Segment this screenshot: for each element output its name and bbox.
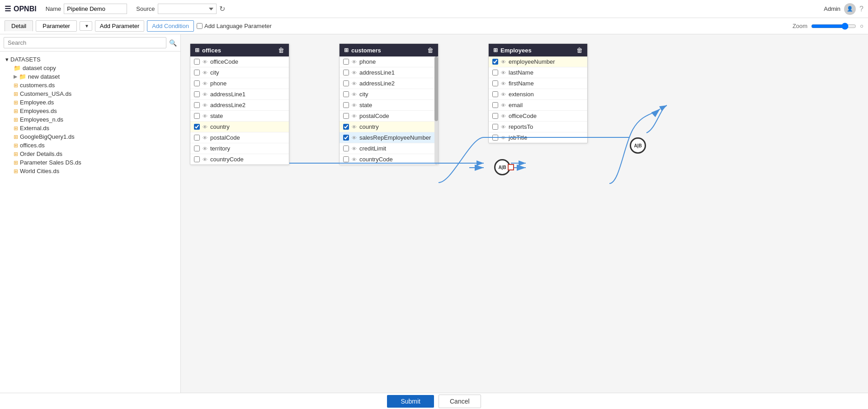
field-checkbox[interactable]	[492, 70, 498, 75]
field-checkbox[interactable]	[343, 91, 349, 97]
eye-icon: 👁	[203, 59, 208, 65]
field-checkbox[interactable]	[194, 102, 200, 108]
field-checkbox[interactable]	[343, 102, 349, 108]
tree-node-datasets: ▾ DATASETS 📁 dataset copy ▶ 📁 new datase…	[4, 54, 177, 176]
add-parameter-button[interactable]: Add Parameter	[95, 20, 144, 32]
offices-table: ⊞ offices 🗑 👁 officeCode 👁 city	[190, 43, 289, 165]
customers-delete-button[interactable]: 🗑	[427, 47, 434, 54]
canvas-area[interactable]: A|B A|B ⊞ offices 🗑 👁 officeCode	[181, 34, 868, 393]
field-checkbox[interactable]	[343, 80, 349, 86]
zoom-slider[interactable]	[811, 23, 856, 30]
sidebar-item-employees-ds[interactable]: ⊞ Employees.ds	[12, 107, 177, 115]
add-condition-button[interactable]: Add Condition	[147, 20, 194, 32]
field-checkbox[interactable]	[194, 146, 200, 151]
admin-area: Admin 👤 ?	[824, 3, 863, 15]
field-checkbox[interactable]	[194, 135, 200, 141]
sidebar-item-dataset-copy[interactable]: 📁 dataset copy	[12, 64, 177, 72]
sidebar-item-googlebigquery-ds[interactable]: ⊞ GoogleBigQuery1.ds	[12, 132, 177, 141]
field-checkbox[interactable]	[492, 135, 498, 141]
tree-item-label: GoogleBigQuery1.ds	[20, 133, 75, 140]
grid-icon: ⊞	[14, 160, 18, 166]
table-row: 👁 officeCode	[489, 111, 587, 122]
employees-table-header: ⊞ Employees 🗑	[489, 44, 587, 56]
offices-fields: 👁 officeCode 👁 city 👁 phone 👁 addressLi	[190, 56, 289, 165]
employees-delete-button[interactable]: 🗑	[576, 47, 583, 54]
field-checkbox[interactable]	[194, 113, 200, 119]
eye-icon: 👁	[203, 70, 208, 75]
tree-item-label: Employees.ds	[20, 108, 57, 114]
table-row: 👁 employeeNumber	[489, 56, 587, 67]
table-row: 👁 countryCode	[190, 154, 289, 165]
cancel-button[interactable]: Cancel	[439, 395, 481, 408]
help-button[interactable]: ?	[859, 5, 863, 13]
field-checkbox[interactable]	[492, 113, 498, 119]
employees-table: ⊞ Employees 🗑 👁 employeeNumber 👁 lastNam…	[488, 43, 588, 143]
field-checkbox[interactable]	[343, 59, 349, 65]
field-checkbox[interactable]	[194, 80, 200, 86]
sidebar-item-customers-ds[interactable]: ⊞ customers.ds	[12, 81, 177, 89]
field-checkbox[interactable]	[343, 70, 349, 75]
sidebar-item-world-cities-ds[interactable]: ⊞ World Cities.ds	[12, 167, 177, 175]
tree-item-label: offices.ds	[20, 142, 45, 149]
connector-node-left[interactable]	[508, 164, 514, 170]
table-row: 👁 reportsTo	[489, 122, 587, 132]
field-checkbox[interactable]	[194, 70, 200, 75]
eye-icon: 👁	[203, 103, 208, 108]
add-language-checkbox[interactable]	[197, 23, 203, 29]
table-row: 👁 state	[190, 111, 289, 122]
field-checkbox[interactable]	[492, 80, 498, 86]
sidebar-item-employees-n-ds[interactable]: ⊞ Employees_n.ds	[12, 115, 177, 124]
tab-detail[interactable]: Detail	[5, 20, 33, 32]
tab-dropdown[interactable]: ▼	[80, 21, 92, 31]
refresh-button[interactable]: ↻	[219, 5, 225, 13]
table-row: 👁 extension	[489, 89, 587, 100]
pipeline-name-input[interactable]	[64, 4, 127, 14]
table-row: 👁 addressLine2	[190, 100, 289, 111]
field-checkbox[interactable]	[492, 59, 498, 65]
tab-parameter[interactable]: Parameter	[36, 20, 77, 32]
source-select[interactable]	[158, 4, 217, 14]
tree-item-label: Parameter Sales DS.ds	[20, 159, 81, 166]
add-language-checkbox-label[interactable]: Add Language Parameter	[197, 23, 272, 29]
field-checkbox[interactable]	[492, 124, 498, 130]
field-checkbox[interactable]	[492, 91, 498, 97]
table-grid-icon: ⊞	[493, 47, 498, 53]
sidebar-item-customers-usa-ds[interactable]: ⊞ Customers_USA.ds	[12, 89, 177, 98]
field-checkbox[interactable]	[194, 156, 200, 162]
field-checkbox[interactable]	[492, 102, 498, 108]
table-row: 👁 lastName	[489, 67, 587, 78]
field-checkbox[interactable]	[343, 124, 349, 130]
field-checkbox[interactable]	[343, 156, 349, 162]
sidebar-item-external-ds[interactable]: ⊞ External.ds	[12, 124, 177, 132]
field-checkbox[interactable]	[343, 135, 349, 141]
grid-icon: ⊞	[14, 151, 18, 157]
eye-icon: 👁	[501, 135, 506, 141]
table-row: 👁 phone	[340, 56, 438, 67]
submit-button[interactable]: Submit	[387, 395, 434, 408]
field-checkbox[interactable]	[343, 113, 349, 119]
sidebar-item-employee-ds[interactable]: ⊞ Employee.ds	[12, 98, 177, 107]
field-checkbox[interactable]	[194, 124, 200, 130]
join-circle-ab2[interactable]: A|B	[630, 137, 646, 154]
offices-table-header: ⊞ offices 🗑	[190, 44, 289, 56]
eye-icon: 👁	[501, 103, 506, 108]
eye-icon: 👁	[501, 113, 506, 119]
tree-item-label: Order Details.ds	[20, 150, 62, 157]
table-row: 👁 jobTitle	[489, 132, 587, 143]
tree-root-label[interactable]: ▾ DATASETS	[4, 55, 177, 64]
offices-delete-button[interactable]: 🗑	[278, 47, 284, 54]
main-layout: 🔍 ▾ DATASETS 📁 dataset copy ▶ 📁 new data	[0, 34, 868, 393]
grid-icon: ⊞	[14, 134, 18, 140]
eye-icon: 👁	[501, 59, 506, 65]
sidebar-item-new-dataset[interactable]: ▶ 📁 new dataset	[12, 72, 177, 81]
field-checkbox[interactable]	[194, 91, 200, 97]
sidebar-item-parameter-sales-ds[interactable]: ⊞ Parameter Sales DS.ds	[12, 158, 177, 167]
field-checkbox[interactable]	[343, 146, 349, 151]
field-checkbox[interactable]	[194, 59, 200, 65]
table-row: 👁 officeCode	[190, 56, 289, 67]
tree-item-label: Customers_USA.ds	[20, 90, 71, 97]
search-input[interactable]	[4, 37, 166, 48]
sidebar-item-offices-ds[interactable]: ⊞ offices.ds	[12, 141, 177, 150]
sidebar-item-order-details-ds[interactable]: ⊞ Order Details.ds	[12, 150, 177, 158]
table-row: 👁 addressLine1	[190, 89, 289, 100]
